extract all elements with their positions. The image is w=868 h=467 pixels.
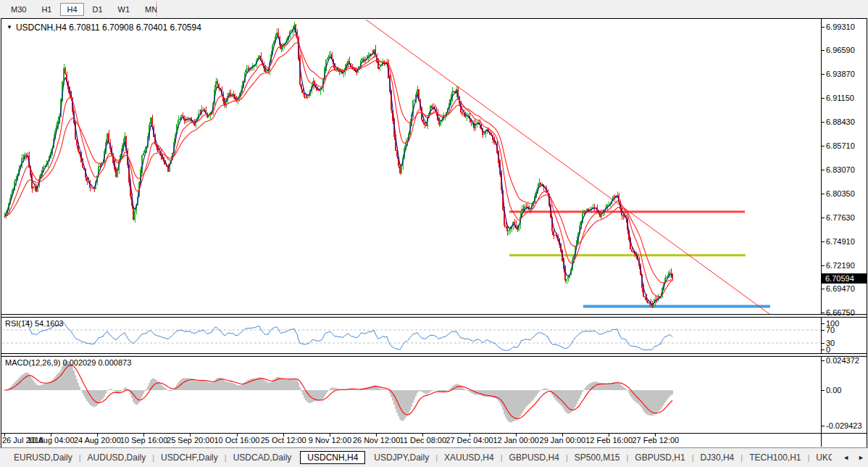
symbol-tab-xauusd-h4[interactable]: XAUUSD,H4 bbox=[438, 451, 501, 464]
chart-dropdown-icon[interactable]: ▼ bbox=[7, 24, 12, 30]
time-axis-label: 10 Sep 16:00 bbox=[120, 436, 167, 445]
price-axis-label: 6.96590 bbox=[826, 46, 855, 54]
chart-plot-area[interactable] bbox=[1, 19, 821, 314]
symbol-tab-bar: EURUSD,Daily|AUDUSD,Daily|USDCHF,Daily|U… bbox=[0, 447, 868, 467]
symbol-tab-gbpusd-h1[interactable]: GBPUSD,H1 bbox=[628, 451, 691, 464]
price-axis-label: 6.74910 bbox=[826, 237, 855, 246]
timeframe-button-m30[interactable]: M30 bbox=[4, 3, 33, 16]
symbol-tab-sp500-m15[interactable]: SP500,M15 bbox=[568, 451, 627, 464]
time-axis-label: 12 Jan 00:00 bbox=[493, 436, 539, 445]
price-axis-label: 6.66750 bbox=[826, 308, 855, 317]
symbol-tab-audusd-daily[interactable]: AUDUSD,Daily bbox=[81, 451, 153, 464]
price-axis-label: 6.99310 bbox=[826, 22, 855, 31]
timeframe-toolbar: M30H1H4D1W1MN bbox=[0, 0, 868, 18]
price-axis-label: 6.77630 bbox=[826, 213, 855, 222]
price-axis-label: 6.69470 bbox=[826, 284, 855, 293]
timeframe-button-w1[interactable]: W1 bbox=[112, 3, 137, 16]
price-axis-label: 6.80350 bbox=[826, 189, 855, 198]
macd-axis-label: -0.029423 bbox=[826, 421, 862, 430]
symbol-tab-usdjpy-daily[interactable]: USDJPY,Daily bbox=[367, 451, 435, 464]
symbol-tab-dj30-h4[interactable]: DJ30,H4 bbox=[694, 451, 741, 464]
price-axis-label: 6.88430 bbox=[826, 117, 855, 126]
time-axis-label: 24 Aug 20:00 bbox=[74, 436, 121, 445]
macd-axis-label: 0.00 bbox=[826, 386, 841, 394]
toolbar-separator bbox=[157, 1, 158, 17]
tab-scroll-controls: ◄ ► bbox=[843, 448, 864, 467]
timeframe-button-group: M30H1H4D1W1MN bbox=[4, 3, 166, 16]
time-axis-label: 10 Aug 04:00 bbox=[28, 436, 75, 445]
chart-title: ▼USDCNH,H4 6.70811 6.70908 6.70401 6.705… bbox=[7, 22, 201, 33]
price-axis-label: 6.91150 bbox=[826, 94, 854, 102]
chart-title-text: USDCNH,H4 6.70811 6.70908 6.70401 6.7059… bbox=[16, 22, 201, 33]
time-axis-label: 27 Dec 04:00 bbox=[446, 436, 493, 445]
symbol-tab-usdchf-daily[interactable]: USDCHF,Daily bbox=[154, 451, 225, 464]
time-axis-label: 25 Sep 20:00 bbox=[167, 436, 214, 445]
price-axis-label: 6.72190 bbox=[826, 261, 855, 270]
price-axis-label: 6.93870 bbox=[826, 70, 855, 78]
tab-scroll-left-icon[interactable]: ◄ bbox=[843, 454, 849, 461]
time-axis-label: 11 Dec 08:00 bbox=[399, 436, 446, 445]
rsi-indicator-label: RSI(14) 54.1603 bbox=[5, 319, 64, 328]
time-axis-label: 10 Oct 16:00 bbox=[214, 436, 260, 445]
chart-canvas bbox=[0, 0, 868, 467]
current-price-badge: 6.70594 bbox=[822, 273, 867, 284]
timeframe-button-h1[interactable]: H1 bbox=[35, 3, 58, 16]
timeframe-button-h4[interactable]: H4 bbox=[60, 3, 83, 16]
symbol-tab-usdcad-daily[interactable]: USDCAD,Daily bbox=[227, 451, 299, 464]
time-axis-label: 26 Nov 12:00 bbox=[353, 436, 400, 445]
price-axis-label: 6.83070 bbox=[826, 165, 855, 174]
symbol-tab-tech100-h1[interactable]: TECH100,H1 bbox=[743, 451, 807, 464]
symbol-tabs: EURUSD,Daily|AUDUSD,Daily|USDCHF,Daily|U… bbox=[7, 451, 832, 464]
time-axis-label: 29 Jan 00:00 bbox=[540, 436, 586, 445]
trading-terminal: M30H1H4D1W1MN ▼USDCNH,H4 6.70811 6.70908… bbox=[0, 0, 868, 467]
symbol-tab-ukc[interactable]: UKC bbox=[809, 451, 832, 464]
time-axis-label: 27 Feb 12:00 bbox=[632, 436, 679, 445]
timeframe-button-mn[interactable]: MN bbox=[138, 3, 164, 16]
rsi-axis-label: 0 bbox=[826, 345, 830, 354]
time-axis-label: 9 Nov 12:00 bbox=[309, 436, 351, 445]
timeframe-button-d1[interactable]: D1 bbox=[86, 3, 109, 16]
tab-scroll-right-icon[interactable]: ► bbox=[858, 454, 864, 461]
time-axis-label: 12 Feb 16:00 bbox=[585, 436, 633, 445]
rsi-line bbox=[25, 321, 672, 350]
rsi-axis-label: 70 bbox=[826, 326, 835, 334]
indicator-panels bbox=[2, 321, 820, 423]
macd-axis-label: 0.024372 bbox=[826, 356, 859, 365]
time-axis-label: 25 Oct 12:00 bbox=[261, 436, 306, 445]
symbol-tab-eurusd-daily[interactable]: EURUSD,Daily bbox=[7, 451, 79, 464]
symbol-tab-usdcnh-h4[interactable]: USDCNH,H4 bbox=[300, 451, 365, 464]
symbol-tab-gbpusd-h4[interactable]: GBPUSD,H4 bbox=[503, 451, 566, 464]
macd-indicator-label: MACD(12,26,9) 0.002029 0.000873 bbox=[5, 358, 131, 367]
price-axis-label: 6.85710 bbox=[826, 141, 855, 150]
